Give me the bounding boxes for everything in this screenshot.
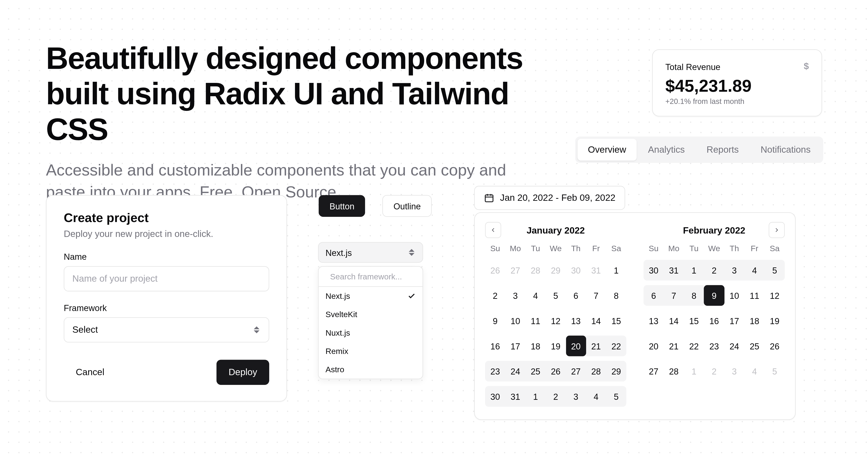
calendar-day[interactable]: 11 (744, 285, 765, 305)
calendar-day[interactable]: 24 (724, 336, 744, 356)
calendar-day[interactable]: 1 (606, 260, 626, 280)
calendar-day[interactable]: 1 (684, 361, 704, 381)
calendar-day[interactable]: 3 (724, 361, 744, 381)
calendar-day[interactable]: 22 (606, 336, 626, 356)
calendar-day[interactable]: 31 (505, 386, 525, 407)
calendar-day[interactable]: 9 (704, 285, 724, 305)
calendar-day[interactable]: 30 (485, 386, 505, 407)
calendar-day[interactable]: 15 (606, 310, 626, 331)
calendar-day[interactable]: 25 (744, 336, 765, 356)
calendar-day[interactable]: 5 (606, 386, 626, 407)
calendar-day[interactable]: 26 (765, 336, 784, 356)
calendar-day[interactable]: 19 (546, 336, 566, 356)
calendar-day[interactable]: 23 (485, 361, 505, 381)
calendar-day[interactable]: 17 (505, 336, 525, 356)
calendar-day[interactable]: 5 (765, 361, 784, 381)
calendar-day[interactable]: 28 (586, 361, 606, 381)
calendar-day[interactable]: 2 (485, 285, 505, 305)
calendar-day[interactable]: 8 (684, 285, 704, 305)
calendar-day[interactable]: 3 (566, 386, 586, 407)
combobox-option[interactable]: SvelteKit (319, 305, 423, 323)
calendar-day[interactable]: 14 (586, 310, 606, 331)
calendar-day[interactable]: 9 (485, 310, 505, 331)
combobox-option[interactable]: Nuxt.js (319, 323, 423, 342)
calendar-day[interactable]: 2 (704, 260, 724, 280)
calendar-day[interactable]: 30 (644, 260, 664, 280)
calendar-day[interactable]: 20 (566, 336, 586, 356)
framework-select[interactable]: Select (64, 317, 269, 343)
calendar-day[interactable]: 31 (664, 260, 684, 280)
calendar-day[interactable]: 3 (724, 260, 744, 280)
combobox-option[interactable]: Next.js (319, 287, 423, 305)
create-project-title: Create project (64, 210, 269, 225)
calendar-day[interactable]: 28 (664, 361, 684, 381)
calendar-day[interactable]: 13 (566, 310, 586, 331)
calendar-day[interactable]: 10 (724, 285, 744, 305)
calendar-day[interactable]: 16 (485, 336, 505, 356)
calendar-day[interactable]: 24 (505, 361, 525, 381)
calendar-next-button[interactable] (769, 222, 785, 238)
calendar-day[interactable]: 4 (586, 386, 606, 407)
tab-overview[interactable]: Overview (578, 139, 637, 161)
calendar-day[interactable]: 25 (526, 361, 546, 381)
calendar-day[interactable]: 29 (606, 361, 626, 381)
project-name-input[interactable] (64, 266, 269, 291)
revenue-card: Total Revenue $ $45,231.89 +20.1% from l… (652, 49, 822, 116)
calendar-day[interactable]: 12 (546, 310, 566, 331)
calendar-day[interactable]: 31 (586, 260, 606, 280)
calendar-day[interactable]: 4 (526, 285, 546, 305)
calendar-day[interactable]: 7 (586, 285, 606, 305)
calendar-day[interactable]: 8 (606, 285, 626, 305)
example-primary-button[interactable]: Button (319, 195, 366, 217)
calendar-day[interactable]: 1 (526, 386, 546, 407)
calendar-day[interactable]: 15 (684, 310, 704, 331)
combobox-trigger[interactable]: Next.js (318, 242, 423, 263)
calendar-day[interactable]: 27 (505, 260, 525, 280)
combobox-option[interactable]: Remix (319, 342, 423, 360)
calendar-day[interactable]: 22 (684, 336, 704, 356)
calendar-day[interactable]: 20 (644, 336, 664, 356)
calendar-prev-button[interactable] (485, 222, 501, 238)
calendar-day[interactable]: 18 (526, 336, 546, 356)
cancel-button[interactable]: Cancel (64, 360, 116, 385)
date-range-picker-button[interactable]: Jan 20, 2022 - Feb 09, 2022 (474, 186, 625, 210)
calendar-day[interactable]: 30 (566, 260, 586, 280)
combobox-option[interactable]: Astro (319, 360, 423, 379)
calendar-day[interactable]: 1 (684, 260, 704, 280)
calendar-day[interactable]: 21 (664, 336, 684, 356)
calendar-day[interactable]: 5 (765, 260, 784, 280)
calendar-day[interactable]: 28 (526, 260, 546, 280)
calendar-day[interactable]: 21 (586, 336, 606, 356)
calendar-day[interactable]: 17 (724, 310, 744, 331)
calendar-day[interactable]: 4 (744, 361, 765, 381)
tab-notifications[interactable]: Notifications (750, 139, 821, 161)
example-outline-button[interactable]: Outline (382, 195, 432, 217)
calendar-day[interactable]: 6 (566, 285, 586, 305)
calendar-day[interactable]: 10 (505, 310, 525, 331)
calendar-day[interactable]: 27 (566, 361, 586, 381)
calendar-day[interactable]: 19 (765, 310, 784, 331)
calendar-day[interactable]: 2 (546, 386, 566, 407)
calendar-day[interactable]: 26 (546, 361, 566, 381)
calendar-day[interactable]: 13 (644, 310, 664, 331)
calendar-day[interactable]: 29 (546, 260, 566, 280)
calendar-day[interactable]: 11 (526, 310, 546, 331)
calendar-day[interactable]: 26 (485, 260, 505, 280)
combobox-option-label: SvelteKit (326, 310, 357, 319)
calendar-day[interactable]: 5 (546, 285, 566, 305)
calendar-day[interactable]: 27 (644, 361, 664, 381)
calendar-day[interactable]: 3 (505, 285, 525, 305)
calendar-day[interactable]: 6 (644, 285, 664, 305)
deploy-button[interactable]: Deploy (217, 360, 269, 385)
calendar-day[interactable]: 23 (704, 336, 724, 356)
calendar-day[interactable]: 14 (664, 310, 684, 331)
tab-analytics[interactable]: Analytics (638, 139, 695, 161)
tab-reports[interactable]: Reports (696, 139, 749, 161)
calendar-day[interactable]: 16 (704, 310, 724, 331)
calendar-day[interactable]: 7 (664, 285, 684, 305)
calendar-day[interactable]: 2 (704, 361, 724, 381)
calendar-day[interactable]: 4 (744, 260, 765, 280)
calendar-day[interactable]: 12 (765, 285, 784, 305)
calendar-day[interactable]: 18 (744, 310, 765, 331)
combobox-search-input[interactable] (329, 271, 423, 282)
